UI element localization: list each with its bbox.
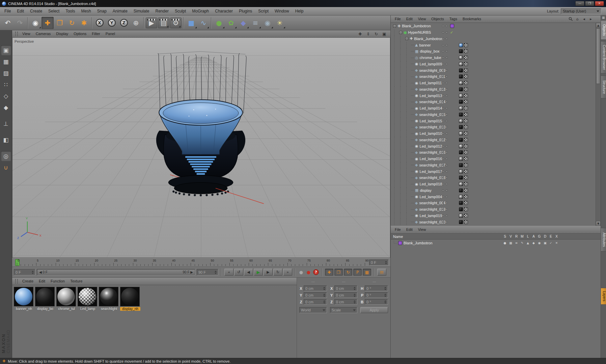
drag-handle-icon[interactable] (15, 32, 18, 36)
editor-visibility-dot[interactable] (442, 164, 444, 166)
texture-tag-icon[interactable] (459, 182, 463, 186)
object-tree-row[interactable]: ◉Led_lamp018 (391, 181, 596, 187)
previous-frame-button[interactable]: ◀ (244, 269, 253, 276)
editor-visibility-dot[interactable] (442, 171, 444, 173)
axis-mode-button[interactable]: ⊥ (1, 119, 11, 129)
undo-button[interactable]: ↶ (2, 17, 14, 29)
render-settings-button[interactable]: ⚙ (170, 18, 182, 28)
texture-axis-mode-button[interactable]: ◧ (1, 135, 11, 145)
editor-visibility-dot[interactable] (442, 107, 444, 109)
stepper-icon[interactable] (31, 271, 34, 274)
object-tree-row[interactable]: ◉Led_lamp010 (391, 130, 596, 137)
object-name[interactable]: searchlight_010 (419, 125, 445, 129)
layer-toggle-icon[interactable]: ▲ (525, 241, 531, 245)
menu-character[interactable]: Character (212, 7, 236, 15)
menu-mograph[interactable]: MoGraph (189, 7, 212, 15)
editor-visibility-dot[interactable] (442, 63, 444, 65)
tab-objects[interactable]: Objects (601, 20, 606, 40)
stepper-icon[interactable] (383, 300, 386, 304)
key-pla-toggle[interactable]: ▦ (363, 269, 371, 276)
autokey-button[interactable]: ? (313, 269, 319, 275)
layer-color-chip[interactable] (398, 241, 402, 245)
editor-visibility-dot[interactable] (442, 95, 444, 97)
render-visibility-dot[interactable] (446, 31, 448, 33)
nav-forward-icon[interactable]: ▸ (588, 17, 593, 22)
editor-visibility-dot[interactable] (442, 82, 444, 84)
record-button[interactable]: ● (306, 269, 311, 275)
render-visibility-dot[interactable] (446, 107, 448, 109)
object-name[interactable]: Led_lamp018 (420, 182, 442, 186)
nav-back-icon[interactable]: ◂ (582, 17, 586, 22)
object-tree-row[interactable]: ◉Led_lamp009 (391, 61, 596, 67)
render-visibility-dot[interactable] (446, 57, 448, 59)
object-manager-menu-tags[interactable]: Tags (447, 16, 460, 23)
menu-sculpt[interactable]: Sculpt (172, 7, 189, 15)
object-name[interactable]: searchlight_009 (419, 68, 445, 72)
ruler-frame-field[interactable]: 0 F (369, 260, 389, 266)
current-frame-field[interactable]: 0 F (14, 269, 35, 275)
object-tree-row[interactable]: ◆searchlight_013 (391, 86, 596, 93)
object-tree-row[interactable]: ◆searchlight_004 (391, 200, 596, 206)
editor-visibility-dot[interactable] (442, 221, 444, 223)
solo-mode-button[interactable]: ◎ (1, 151, 11, 161)
object-tree-scrollbar[interactable]: ▲ ▼ (596, 23, 601, 226)
object-name[interactable]: Blank_Jumbotron (402, 24, 431, 28)
search-icon[interactable] (568, 17, 573, 22)
add-generator-button[interactable]: ● (213, 17, 225, 29)
coordinate-field-y[interactable]: 0 cm (334, 292, 358, 298)
object-tree-row[interactable]: ◆searchlight_014 (391, 99, 596, 105)
model-mode-button[interactable]: ▣ (1, 45, 11, 55)
editor-visibility-dot[interactable] (442, 101, 444, 103)
coordinate-field-y[interactable]: 0 cm (304, 292, 327, 298)
object-name[interactable]: Led_lamp016 (420, 157, 442, 161)
render-visibility-dot[interactable] (446, 69, 448, 71)
object-tree-row[interactable]: ◆searchlight_019 (391, 206, 596, 213)
editor-visibility-dot[interactable] (442, 196, 444, 198)
tree-expander-icon[interactable]: − (405, 37, 408, 40)
object-name[interactable]: display_box (420, 49, 439, 53)
phong-tag-icon[interactable] (464, 220, 468, 224)
render-visibility-dot[interactable] (446, 126, 448, 128)
close-button[interactable]: ✕ (595, 1, 604, 6)
object-name[interactable]: searchlight_019 (419, 207, 445, 211)
phong-tag-icon[interactable] (464, 87, 468, 91)
object-tree-row[interactable]: ◉Led_lamp016 (391, 156, 596, 162)
phong-tag-icon[interactable] (464, 49, 468, 53)
menu-select[interactable]: Select (45, 7, 62, 15)
object-name[interactable]: searchlight_015 (419, 113, 445, 117)
object-tree-row[interactable]: ◆searchlight_012 (391, 137, 596, 143)
render-picture-viewer-button[interactable]: ▤ (158, 18, 169, 28)
render-visibility-dot[interactable] (446, 139, 448, 141)
coordinate-field-h[interactable]: 0 ° (365, 285, 388, 291)
coordinate-field-z[interactable]: 0 cm (304, 299, 327, 305)
enabled-check-icon[interactable]: ✓ (450, 30, 453, 35)
materials-menu-edit[interactable]: Edit (36, 278, 48, 285)
texture-tag-icon[interactable] (459, 150, 463, 154)
snap-button[interactable]: ∪ (1, 162, 11, 173)
editor-visibility-dot[interactable] (442, 145, 444, 147)
object-manager-menu-bookmarks[interactable]: Bookmarks (460, 16, 484, 23)
pan-view-icon[interactable]: ✚ (357, 31, 363, 37)
stepper-icon[interactable] (322, 300, 325, 304)
layer-color-chip[interactable] (450, 24, 454, 28)
object-name[interactable]: display (420, 188, 431, 192)
viewport-menu-display[interactable]: Display (53, 30, 71, 37)
render-visibility-dot[interactable] (446, 25, 448, 27)
object-name[interactable]: searchlight_004 (419, 201, 445, 205)
range-end-handle[interactable]: 90 F ▶ (183, 270, 193, 274)
editor-visibility-dot[interactable] (442, 139, 444, 141)
add-mograph-button[interactable]: ✿ (225, 17, 237, 29)
coordinate-system-button[interactable]: ⊕ (130, 17, 142, 29)
coordinate-field-b[interactable]: 0 ° (365, 299, 388, 305)
object-tree-row[interactable]: −✚Blank_Jumbotron (391, 36, 596, 42)
editor-visibility-dot[interactable] (442, 50, 444, 52)
render-visibility-dot[interactable] (446, 158, 448, 160)
material-thumb[interactable] (120, 287, 140, 306)
render-visibility-dot[interactable] (446, 151, 448, 153)
render-visibility-dot[interactable] (446, 132, 448, 134)
texture-tag-icon[interactable] (459, 100, 463, 104)
scale-tool[interactable]: ❐ (54, 17, 66, 29)
tab-content-browser[interactable]: Content Browser (601, 41, 606, 73)
render-visibility-dot[interactable] (446, 50, 448, 52)
object-tree-row[interactable]: ◉Led_lamp013 (391, 92, 596, 99)
